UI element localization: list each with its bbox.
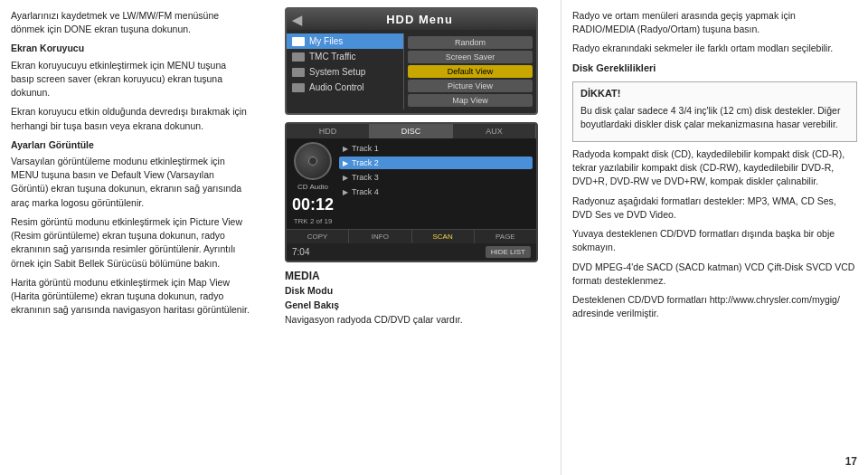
warning-title: DİKKAT! bbox=[580, 87, 849, 101]
right-para-4: DVD MPEG-4'de SACD (SACD katman) VCD Çif… bbox=[572, 261, 857, 288]
left-para-4: Varsayılan görüntüleme modunu etkinleşti… bbox=[11, 155, 251, 210]
info-button[interactable]: INFO bbox=[349, 230, 411, 243]
left-heading-1: Ekran Koruyucu bbox=[11, 42, 251, 55]
disk-requirements-heading: Disk Gereklilikleri bbox=[572, 62, 857, 76]
hdd-menu-item-audio-label: Audio Control bbox=[309, 82, 364, 92]
right-intro-2: Radyo ekranındaki sekmeler ile farklı or… bbox=[572, 42, 857, 55]
media-sub-heading-1: Disk Modu bbox=[285, 284, 538, 299]
track-arrow-2: ▶ bbox=[343, 159, 348, 167]
media-description-text: Navigasyon radyoda CD/DVD çalar vardır. bbox=[285, 313, 538, 328]
page-number: 17 bbox=[845, 455, 857, 468]
media-main-heading: MEDIA bbox=[285, 268, 538, 284]
right-intro-1: Radyo ve ortam menüleri arasında geçiş y… bbox=[572, 9, 857, 36]
track-arrow-3: ▶ bbox=[343, 174, 348, 182]
hdd-option-random[interactable]: Random bbox=[408, 36, 533, 49]
audio-icon bbox=[292, 83, 305, 92]
left-para-1: Ayarlarınızı kaydetmek ve LW/MW/FM menüs… bbox=[11, 9, 251, 36]
system-icon bbox=[292, 68, 305, 77]
middle-column: ◀ HDD Menu My Files TMC Traffic System S… bbox=[262, 0, 561, 475]
track-item-2[interactable]: ▶ Track 2 bbox=[339, 157, 533, 169]
track-label-1: Track 1 bbox=[352, 144, 379, 153]
disc-trk-info: TRK 2 of 19 bbox=[294, 217, 333, 225]
left-column: Ayarlarınızı kaydetmek ve LW/MW/FM menüs… bbox=[0, 0, 262, 475]
hdd-menu-title: HDD Menu bbox=[386, 13, 453, 26]
disc-player-panel: HDD DISC AUX CD Audio 00:12 TRK 2 of 19 … bbox=[285, 122, 538, 262]
hdd-menu-item-tmc[interactable]: TMC Traffic bbox=[287, 49, 403, 64]
disc-controls-bar: COPY INFO SCAN PAGE bbox=[287, 229, 536, 243]
disc-label: CD Audio bbox=[297, 183, 328, 191]
hdd-option-defaultview[interactable]: Default View bbox=[408, 65, 533, 78]
warning-text: Bu disk çalar sadece 4 3/4 inç'lik (12 c… bbox=[580, 104, 849, 131]
hdd-menu-item-tmc-label: TMC Traffic bbox=[309, 52, 355, 62]
page-button[interactable]: PAGE bbox=[475, 230, 536, 243]
hdd-menu-item-myfiles-label: My Files bbox=[309, 36, 343, 46]
tmc-icon bbox=[292, 52, 305, 62]
hdd-menu-item-system-label: System Setup bbox=[309, 67, 365, 77]
disc-icon bbox=[294, 142, 332, 180]
tab-aux[interactable]: AUX bbox=[453, 124, 536, 138]
left-heading-2: Ayarları Görüntüle bbox=[11, 138, 251, 152]
copy-button[interactable]: COPY bbox=[287, 230, 349, 243]
right-column: Radyo ve ortam menüleri arasında geçiş y… bbox=[561, 0, 868, 475]
hdd-menu-item-audio[interactable]: Audio Control bbox=[287, 80, 403, 95]
disc-time: 00:12 bbox=[292, 195, 334, 214]
hdd-menu-item-system[interactable]: System Setup bbox=[287, 64, 403, 80]
disc-body: CD Audio 00:12 TRK 2 of 19 ▶ Track 1 ▶ T… bbox=[287, 138, 536, 229]
disc-left-panel: CD Audio 00:12 TRK 2 of 19 bbox=[290, 142, 335, 225]
disc-center-hole bbox=[308, 157, 317, 166]
scan-button[interactable]: SCAN bbox=[412, 230, 475, 243]
track-label-3: Track 3 bbox=[352, 173, 379, 182]
track-item-3[interactable]: ▶ Track 3 bbox=[339, 171, 533, 184]
right-para-1: Radyoda kompakt disk (CD), kaydedilebili… bbox=[572, 147, 857, 189]
hdd-menu-body: My Files TMC Traffic System Setup Audio … bbox=[287, 30, 536, 113]
tab-hdd[interactable]: HDD bbox=[287, 124, 370, 138]
hdd-menu-item-myfiles[interactable]: My Files bbox=[287, 33, 403, 49]
track-item-1[interactable]: ▶ Track 1 bbox=[339, 142, 533, 155]
disc-tab-bar: HDD DISC AUX bbox=[287, 124, 536, 138]
tab-disc[interactable]: DISC bbox=[370, 124, 453, 138]
track-arrow-4: ▶ bbox=[343, 188, 348, 196]
right-para-2: Radyonuz aşağıdaki formatları destekler:… bbox=[572, 195, 857, 222]
track-label-2: Track 2 bbox=[352, 158, 379, 167]
warning-box: DİKKAT! Bu disk çalar sadece 4 3/4 inç'l… bbox=[572, 81, 857, 142]
hdd-option-mapview[interactable]: Map View bbox=[408, 94, 533, 107]
disc-track-list: ▶ Track 1 ▶ Track 2 ▶ Track 3 ▶ Track 4 bbox=[339, 142, 533, 225]
hdd-left-menu: My Files TMC Traffic System Setup Audio … bbox=[287, 33, 404, 109]
left-para-5: Resim görüntü modunu etkinleştirmek için… bbox=[11, 215, 251, 271]
disc-bottom-bar: 7:04 HIDE LIST bbox=[287, 243, 536, 261]
track-arrow-1: ▶ bbox=[343, 145, 348, 153]
hdd-option-screensaver[interactable]: Screen Saver bbox=[408, 51, 533, 63]
track-label-4: Track 4 bbox=[352, 187, 379, 196]
media-description: MEDIA Disk Modu Genel Bakış Navigasyon r… bbox=[285, 268, 538, 327]
left-para-3: Ekran koruyucu etkin olduğunda devredışı… bbox=[11, 105, 251, 132]
hdd-menu-title-bar: ◀ HDD Menu bbox=[287, 9, 536, 30]
media-sub-heading-2: Genel Bakış bbox=[285, 299, 538, 313]
hide-list-button[interactable]: HIDE LIST bbox=[486, 246, 531, 258]
track-item-4[interactable]: ▶ Track 4 bbox=[339, 185, 533, 198]
hdd-option-pictureview[interactable]: Picture View bbox=[408, 80, 533, 92]
left-para-2: Ekran koruyucuyu etkinleştirmek için MEN… bbox=[11, 59, 251, 100]
left-para-6: Harita görüntü modunu etkinleştirmek içi… bbox=[11, 276, 251, 318]
back-arrow-icon[interactable]: ◀ bbox=[292, 13, 303, 27]
disc-elapsed-time: 7:04 bbox=[292, 247, 309, 257]
hdd-menu-panel: ◀ HDD Menu My Files TMC Traffic System S… bbox=[285, 7, 538, 115]
right-para-5: Desteklenen CD/DVD formatları http://www… bbox=[572, 293, 857, 320]
right-para-3: Yuvaya desteklenen CD/DVD formatları dış… bbox=[572, 227, 857, 254]
myfiles-icon bbox=[292, 37, 305, 46]
hdd-right-options: Random Screen Saver Default View Picture… bbox=[404, 33, 536, 109]
